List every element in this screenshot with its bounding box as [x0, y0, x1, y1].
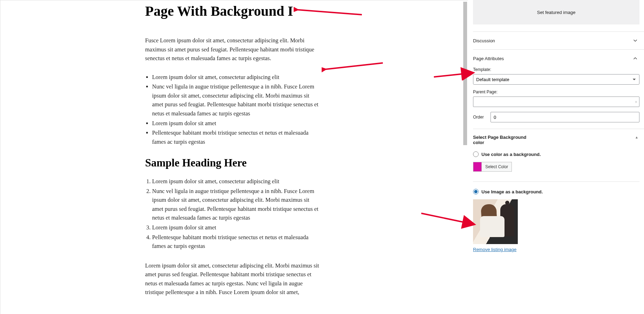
list-item[interactable]: Lorem ipsum dolor sit amet	[152, 119, 320, 128]
featured-image-label: Set featured image	[537, 10, 575, 15]
set-featured-image-button[interactable]: Set featured image	[473, 0, 639, 24]
color-swatch[interactable]	[473, 162, 481, 172]
background-panel: Use color as a background. Select Color …	[473, 150, 644, 258]
discussion-panel-toggle[interactable]: Discussion	[473, 31, 644, 49]
panel-title: Discussion	[473, 38, 495, 43]
remove-listing-image-link[interactable]: Remove listing image	[473, 247, 516, 252]
post-content[interactable]: Page With Background I Fusce Lorem ipsum…	[145, 0, 320, 307]
numbered-list-block[interactable]: Lorem ipsum dolor sit amet, consectetur …	[152, 177, 320, 251]
triangle-up-icon: ▲	[635, 135, 638, 139]
editor-canvas: Page With Background I Fusce Lorem ipsum…	[0, 0, 468, 314]
radio-label: Use Image as a background.	[481, 189, 543, 194]
order-label: Order	[473, 115, 486, 120]
parent-page-input[interactable]	[473, 97, 639, 107]
scrollbar-thumb[interactable]	[463, 2, 467, 145]
use-image-radio-row[interactable]: Use Image as a background.	[473, 181, 639, 199]
list-item[interactable]: Lorem ipsum dolor sit amet, consectetur …	[152, 73, 320, 82]
paragraph-block[interactable]: Lorem ipsum dolor sit amet, consectetur …	[145, 261, 320, 297]
page-attributes-panel-toggle[interactable]: Page Attributes	[473, 49, 644, 67]
bullet-list-block[interactable]: Lorem ipsum dolor sit amet, consectetur …	[152, 73, 320, 147]
list-item[interactable]: Lorem ipsum dolor sit amet	[152, 223, 320, 232]
chevron-up-icon	[632, 55, 638, 62]
list-item[interactable]: Pellentesque habitant morbi tristique se…	[152, 233, 320, 251]
order-input[interactable]	[491, 112, 639, 122]
clear-icon[interactable]: ×	[635, 99, 637, 105]
page-title[interactable]: Page With Background I	[145, 2, 320, 22]
use-image-radio[interactable]	[473, 189, 479, 194]
parent-page-label: Parent Page:	[473, 90, 639, 94]
template-select[interactable]: Default template	[473, 74, 639, 85]
background-image-thumbnail[interactable]	[473, 199, 518, 244]
list-item[interactable]: Nunc vel ligula in augue tristique pelle…	[152, 82, 320, 118]
editor-scrollbar[interactable]	[463, 0, 468, 314]
chevron-down-icon	[632, 37, 638, 44]
list-item[interactable]: Lorem ipsum dolor sit amet, consectetur …	[152, 177, 320, 186]
list-item[interactable]: Pellentesque habitant morbi tristique se…	[152, 128, 320, 146]
background-panel-toggle[interactable]: Select Page Background color ▲	[473, 129, 644, 150]
panel-title: Select Page Background color	[473, 135, 529, 145]
panel-title: Page Attributes	[473, 56, 504, 61]
paragraph-block[interactable]: Fusce Lorem ipsum dolor sit amet, consec…	[145, 36, 320, 63]
list-item[interactable]: Nunc vel ligula in augue tristique pelle…	[152, 187, 320, 222]
page-attributes-panel: Template: Default template Parent Page: …	[473, 67, 644, 129]
template-label: Template:	[473, 67, 639, 72]
heading-block[interactable]: Sample Heading Here	[145, 157, 320, 169]
settings-sidebar: Set featured image Discussion Page Attri…	[468, 0, 644, 314]
select-color-button[interactable]: Select Color	[481, 162, 512, 172]
radio-label: Use color as a background.	[481, 152, 541, 157]
use-color-radio-row[interactable]: Use color as a background.	[473, 150, 639, 162]
use-color-radio[interactable]	[473, 151, 479, 157]
